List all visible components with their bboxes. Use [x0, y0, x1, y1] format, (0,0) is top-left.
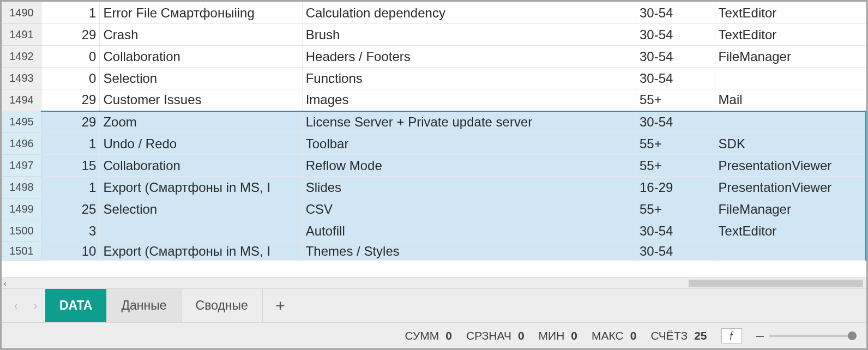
- cell[interactable]: 0: [41, 68, 100, 89]
- cell[interactable]: 55+: [636, 89, 715, 111]
- cell[interactable]: 30-54: [636, 46, 715, 68]
- row-header[interactable]: 1491: [2, 24, 41, 46]
- table-row[interactable]: 149529ZoomLicense Server + Private updat…: [2, 111, 866, 133]
- cell[interactable]: Export (Смартфоны in MS, I: [100, 242, 302, 261]
- cell[interactable]: 1: [41, 133, 100, 155]
- table-row[interactable]: 14930SelectionFunctions30-54: [2, 68, 866, 89]
- cell[interactable]: [715, 68, 866, 89]
- table-row[interactable]: 149715CollaborationReflow Mode55+Present…: [2, 155, 866, 177]
- cell[interactable]: 30-54: [636, 242, 715, 261]
- function-button[interactable]: ƒ: [721, 328, 742, 343]
- cell[interactable]: PresentationViewer: [715, 155, 866, 177]
- cell[interactable]: 30-54: [636, 68, 715, 89]
- row-header[interactable]: 1497: [2, 155, 41, 177]
- cell[interactable]: 30-54: [636, 24, 715, 46]
- row-header[interactable]: 1498: [2, 177, 41, 198]
- cell[interactable]: Brush: [302, 24, 636, 46]
- cell[interactable]: 25: [41, 198, 100, 220]
- spreadsheet-grid[interactable]: 14901Error File СмартфоныiingCalculation…: [2, 2, 866, 277]
- status-min-value: 0: [571, 329, 577, 342]
- row-header[interactable]: 1493: [2, 68, 41, 89]
- cell[interactable]: Zoom: [100, 111, 302, 133]
- sheet-tab[interactable]: DATA: [45, 289, 107, 323]
- cell[interactable]: 30-54: [636, 220, 715, 242]
- table-row[interactable]: 14961Undo / RedoToolbar55+SDK: [2, 133, 866, 155]
- cell[interactable]: Customer Issues: [100, 89, 302, 111]
- cell[interactable]: Images: [302, 89, 636, 111]
- table-row[interactable]: 149925SelectionCSV55+FileManager: [2, 198, 866, 220]
- cell[interactable]: Functions: [302, 68, 636, 89]
- cell[interactable]: Mail: [715, 89, 866, 111]
- row-header[interactable]: 1490: [2, 2, 41, 24]
- table-row[interactable]: 15003Autofill30-54TextEditor: [2, 220, 866, 242]
- cell[interactable]: Selection: [100, 68, 302, 89]
- sheet-tab[interactable]: Данные: [107, 289, 181, 323]
- table-row[interactable]: 14981Export (Смартфоны in MS, ISlides16-…: [2, 177, 866, 198]
- cell[interactable]: FileManager: [715, 198, 866, 220]
- scroll-left-icon[interactable]: ‹: [4, 279, 7, 288]
- cell[interactable]: 1: [41, 2, 100, 24]
- row-header[interactable]: 1496: [2, 133, 41, 155]
- cell[interactable]: PresentationViewer: [715, 177, 866, 198]
- cell[interactable]: 30-54: [636, 2, 715, 24]
- cell[interactable]: Error File Смартфоныiing: [100, 2, 302, 24]
- cell[interactable]: [715, 111, 866, 133]
- zoom-slider-knob[interactable]: [848, 331, 857, 340]
- cell[interactable]: 55+: [636, 198, 715, 220]
- cell[interactable]: License Server + Private update server: [302, 111, 636, 133]
- cell[interactable]: Selection: [100, 198, 302, 220]
- table-row[interactable]: 14920CollaborationHeaders / Footers30-54…: [2, 46, 866, 68]
- horizontal-scrollbar[interactable]: ‹: [2, 277, 866, 288]
- cell[interactable]: Undo / Redo: [100, 133, 302, 155]
- table-row[interactable]: 14901Error File СмартфоныiingCalculation…: [2, 2, 866, 24]
- sheet-tab[interactable]: Сводные: [182, 289, 263, 323]
- row-header[interactable]: 1501: [2, 242, 41, 261]
- cell[interactable]: TextEditor: [715, 24, 866, 46]
- cell[interactable]: Calculation dependency: [302, 2, 636, 24]
- cell[interactable]: 29: [41, 89, 100, 111]
- cell[interactable]: Headers / Footers: [302, 46, 636, 68]
- table-row[interactable]: 149429Customer IssuesImages55+Mail: [2, 89, 866, 111]
- status-sum-label: СУММ: [405, 329, 439, 342]
- zoom-slider[interactable]: [769, 335, 857, 337]
- row-header[interactable]: 1500: [2, 220, 41, 242]
- cell[interactable]: Autofill: [302, 220, 636, 242]
- table-row[interactable]: 149129CrashBrush30-54TextEditor: [2, 24, 866, 46]
- cell[interactable]: Slides: [302, 177, 636, 198]
- cell[interactable]: SDK: [715, 133, 866, 155]
- cell[interactable]: 30-54: [636, 111, 715, 133]
- add-sheet-button[interactable]: +: [269, 297, 291, 315]
- cell[interactable]: TextEditor: [715, 2, 866, 24]
- cell[interactable]: CSV: [302, 198, 636, 220]
- cell[interactable]: Collaboration: [100, 46, 302, 68]
- cell[interactable]: [100, 220, 302, 242]
- scrollbar-thumb[interactable]: [689, 280, 863, 287]
- row-header[interactable]: 1494: [2, 89, 41, 111]
- cell[interactable]: FileManager: [715, 46, 866, 68]
- cell[interactable]: 10: [41, 242, 100, 261]
- cell[interactable]: TextEditor: [715, 220, 866, 242]
- cell[interactable]: 0: [41, 46, 100, 68]
- cell[interactable]: Toolbar: [302, 133, 636, 155]
- cell[interactable]: Reflow Mode: [302, 155, 636, 177]
- row-header[interactable]: 1499: [2, 198, 41, 220]
- row-header[interactable]: 1492: [2, 46, 41, 68]
- cell[interactable]: [715, 242, 866, 261]
- cell[interactable]: 3: [41, 220, 100, 242]
- cell[interactable]: Export (Смартфоны in MS, I: [100, 177, 302, 198]
- cell[interactable]: Themes / Styles: [302, 242, 636, 261]
- cell[interactable]: Collaboration: [100, 155, 302, 177]
- cell[interactable]: 29: [41, 111, 100, 133]
- cell[interactable]: 16-29: [636, 177, 715, 198]
- table-row[interactable]: 150110Export (Смартфоны in MS, IThemes /…: [2, 242, 866, 261]
- cell[interactable]: 15: [41, 155, 100, 177]
- cell[interactable]: 55+: [636, 133, 715, 155]
- cell[interactable]: 55+: [636, 155, 715, 177]
- zoom-out-icon[interactable]: –: [756, 327, 764, 344]
- row-header[interactable]: 1495: [2, 111, 41, 133]
- tabs-next-icon[interactable]: ›: [26, 296, 45, 316]
- cell[interactable]: 29: [41, 24, 100, 46]
- cell[interactable]: Crash: [100, 24, 302, 46]
- cell[interactable]: 1: [41, 177, 100, 198]
- tabs-prev-icon[interactable]: ‹: [6, 296, 26, 316]
